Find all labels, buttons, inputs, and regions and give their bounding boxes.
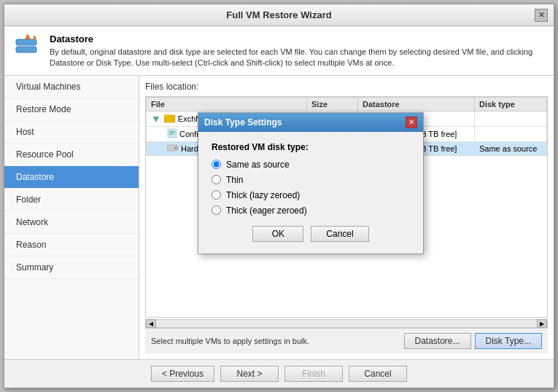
radio-thick-eager[interactable]: Thick (eager zeroed): [212, 205, 410, 216]
main-window: Full VM Restore Wizard ✕ Datastore By de…: [4, 4, 554, 388]
sidebar-item-reason[interactable]: Reason: [4, 234, 139, 256]
bottom-buttons: Datastore... Disk Type...: [404, 333, 543, 349]
svg-rect-7: [169, 131, 175, 132]
radio-thick-eager-label: Thick (eager zeroed): [226, 205, 307, 216]
scroll-right-arrow[interactable]: ▶: [537, 319, 547, 328]
dialog-title: Disk Type Settings: [204, 117, 282, 128]
radio-thick-lazy[interactable]: Thick (lazy zeroed): [212, 190, 410, 200]
finish-button[interactable]: Finish: [284, 366, 343, 382]
window-title: Full VM Restore Wizard: [23, 9, 535, 20]
sidebar-item-resource-pool[interactable]: Resource Pool: [4, 144, 139, 166]
svg-rect-5: [164, 114, 169, 117]
scrollbar-area[interactable]: ◀ ▶: [145, 319, 548, 328]
previous-button[interactable]: < Previous: [151, 366, 214, 382]
scroll-left-arrow[interactable]: ◀: [146, 319, 156, 328]
file-disktype: [475, 126, 547, 141]
radio-thick-lazy-label: Thick (lazy zeroed): [226, 190, 300, 200]
col-file: File: [147, 97, 307, 111]
sidebar-item-datastore[interactable]: Datastore: [4, 166, 139, 189]
radio-same-as-source[interactable]: Same as source: [212, 160, 410, 170]
scrollbar-track[interactable]: [156, 320, 537, 327]
svg-rect-8: [169, 133, 175, 133]
radio-thin-label: Thin: [226, 175, 243, 185]
disktype-button[interactable]: Disk Type...: [475, 333, 542, 349]
bottom-note: Select multiple VMs to apply settings in…: [151, 337, 309, 345]
sidebar-item-virtual-machines[interactable]: Virtual Machines: [4, 76, 139, 98]
files-location-label: Files location:: [145, 82, 548, 92]
dialog-body: Restored VM disk type: Same as source Th…: [198, 132, 423, 254]
expand-icon: ▼: [151, 113, 161, 125]
sidebar: Virtual Machines Restore Mode Host Resou…: [4, 76, 139, 359]
disk-type-dialog: Disk Type Settings ✕ Restored VM disk ty…: [198, 112, 424, 254]
radio-same-as-source-input[interactable]: [212, 160, 221, 169]
svg-rect-1: [16, 47, 36, 52]
dialog-title-bar: Disk Type Settings ✕: [198, 113, 423, 132]
file-disktype: [475, 111, 547, 126]
disk-icon: [167, 144, 179, 154]
file-disktype: Same as source: [475, 141, 547, 155]
sidebar-item-network[interactable]: Network: [4, 211, 139, 234]
svg-marker-3: [25, 34, 31, 39]
dialog-buttons: OK Cancel: [212, 226, 410, 246]
radio-thick-lazy-input[interactable]: [212, 190, 221, 200]
radio-thick-eager-input[interactable]: [212, 205, 221, 215]
dialog-radio-label: Restored VM disk type:: [212, 142, 410, 152]
col-size: Size: [307, 97, 358, 111]
col-disktype: Disk type: [475, 97, 547, 111]
sidebar-item-restore-mode[interactable]: Restore Mode: [4, 98, 139, 121]
radio-same-as-source-label: Same as source: [226, 160, 290, 170]
header-title: Datastore: [50, 34, 545, 44]
dialog-cancel-button[interactable]: Cancel: [311, 226, 368, 242]
right-panel: Files location: File Size Datastore Disk…: [139, 76, 554, 359]
config-icon: [167, 128, 177, 140]
sidebar-item-summary[interactable]: Summary: [4, 256, 139, 279]
footer: < Previous Next > Finish Cancel: [4, 359, 554, 388]
layout-wrapper: Virtual Machines Restore Mode Host Resou…: [4, 76, 554, 359]
datastore-button[interactable]: Datastore...: [404, 333, 471, 349]
header-text-block: Datastore By default, original datastore…: [50, 34, 545, 69]
bottom-actions: Select multiple VMs to apply settings in…: [145, 328, 548, 353]
datastore-icon: [13, 34, 42, 63]
cancel-button[interactable]: Cancel: [349, 366, 407, 382]
header-section: Datastore By default, original datastore…: [4, 26, 554, 76]
dialog-close-button[interactable]: ✕: [406, 117, 417, 128]
next-button[interactable]: Next >: [220, 366, 279, 382]
sidebar-item-host[interactable]: Host: [4, 121, 139, 144]
sidebar-item-folder[interactable]: Folder: [4, 189, 139, 211]
dialog-ok-button[interactable]: OK: [252, 226, 303, 242]
window-close-button[interactable]: ✕: [535, 9, 548, 22]
svg-rect-0: [16, 39, 36, 45]
col-datastore: Datastore: [358, 97, 475, 111]
radio-thin-input[interactable]: [212, 175, 221, 184]
header-svg-icon: [13, 34, 42, 63]
svg-point-11: [174, 146, 177, 149]
svg-rect-9: [169, 134, 173, 135]
vm-folder-icon: [164, 113, 176, 125]
header-description: By default, original datastore and disk …: [50, 47, 545, 69]
radio-thin[interactable]: Thin: [212, 175, 410, 185]
title-bar: Full VM Restore Wizard ✕: [4, 4, 554, 26]
